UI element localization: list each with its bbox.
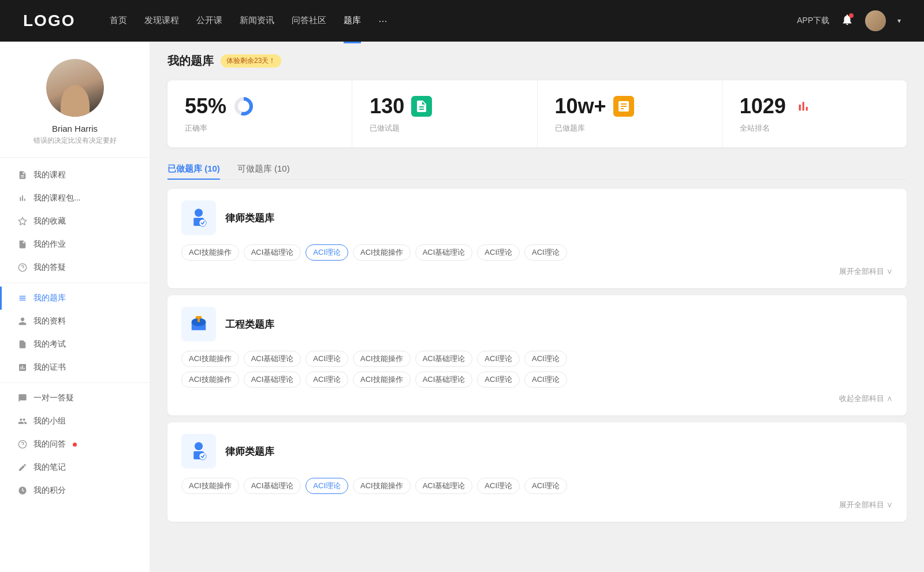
qb-tag[interactable]: ACI基础理论	[415, 244, 473, 261]
course-label: 我的课程	[33, 170, 66, 180]
qb-card-1-name: 律师类题库	[225, 211, 274, 225]
qb-card-2-collapse[interactable]: 收起全部科目 ∧	[181, 393, 893, 404]
stat-banks-label: 已做题库	[555, 123, 705, 133]
sidebar: Brian Harris 错误的决定比没有决定要好 我的课程 我的课程包...	[0, 42, 150, 572]
stat-accuracy-value: 55%	[185, 94, 226, 118]
sidebar-item-homework[interactable]: 我的作业	[0, 233, 150, 256]
qb-card-3-name: 律师类题库	[225, 445, 274, 458]
sidebar-item-qa[interactable]: 我的答疑	[0, 256, 150, 279]
svg-point-8	[199, 220, 206, 226]
tab-available[interactable]: 可做题库 (10)	[237, 159, 290, 179]
points-label: 我的积分	[33, 485, 66, 496]
qb-tag[interactable]: ACI理论	[524, 351, 567, 367]
qa-icon	[17, 262, 28, 273]
qb-tag-active[interactable]: ACI理论	[305, 478, 348, 494]
qb-card-3: 律师类题库 ACI技能操作 ACI基础理论 ACI理论 ACI技能操作 ACI基…	[167, 422, 907, 522]
qb-tag[interactable]: ACI理论	[524, 478, 567, 494]
nav-open-course[interactable]: 公开课	[196, 13, 222, 29]
stat-done-value: 130	[370, 94, 404, 118]
sidebar-item-certificate[interactable]: 我的证书	[0, 356, 150, 379]
qb-tag[interactable]: ACI技能操作	[181, 478, 239, 494]
sidebar-item-course[interactable]: 我的课程	[0, 164, 150, 187]
qb-card-1-header: 律师类题库	[181, 200, 893, 235]
qb-tag[interactable]: ACI基础理论	[244, 478, 301, 494]
logo[interactable]: LOGO	[23, 12, 75, 30]
homework-label: 我的作业	[33, 239, 66, 250]
sidebar-item-points[interactable]: 我的积分	[0, 479, 150, 502]
avatar-dropdown-arrow[interactable]: ▾	[897, 17, 901, 25]
navbar: LOGO 首页 发现课程 公开课 新闻资讯 问答社区 题库 ··· APP下载 …	[0, 0, 924, 42]
sidebar-item-notes[interactable]: 我的笔记	[0, 456, 150, 479]
tab-done[interactable]: 已做题库 (10)	[167, 159, 220, 179]
qb-card-3-expand[interactable]: 展开全部科目 ∨	[181, 500, 893, 510]
qb-card-1-expand[interactable]: 展开全部科目 ∨	[181, 266, 893, 277]
page-header: 我的题库 体验剩余23天！	[167, 53, 907, 69]
qb-card-2: 工程类题库 ACI技能操作 ACI基础理论 ACI理论 ACI技能操作 ACI基…	[167, 295, 907, 415]
sidebar-item-group[interactable]: 我的小组	[0, 410, 150, 433]
nav-more[interactable]: ···	[378, 13, 387, 29]
favorites-label: 我的收藏	[33, 216, 66, 226]
stat-done-icon	[411, 96, 432, 117]
qb-card-2-header: 工程类题库	[181, 307, 893, 341]
qb-tag[interactable]: ACI理论	[305, 372, 348, 388]
stat-done-label: 已做试题	[370, 123, 519, 133]
qb-tag[interactable]: ACI理论	[477, 478, 520, 494]
qb-card-2-name: 工程类题库	[225, 318, 274, 331]
qa-label: 我的答疑	[33, 262, 66, 273]
user-avatar[interactable]	[865, 10, 886, 31]
nav-news[interactable]: 新闻资讯	[240, 13, 274, 29]
notes-label: 我的笔记	[33, 462, 66, 473]
qb-tag[interactable]: ACI基础理论	[415, 351, 473, 367]
certificate-label: 我的证书	[33, 362, 66, 373]
qb-card-2-icon	[181, 307, 216, 341]
group-label: 我的小组	[33, 416, 66, 426]
qb-tag[interactable]: ACI理论	[524, 244, 567, 261]
nav-question-bank[interactable]: 题库	[344, 13, 361, 29]
stat-accuracy: 55% 正确率	[167, 80, 352, 147]
profile-label: 我的资料	[33, 316, 66, 326]
sidebar-menu: 我的课程 我的课程包... 我的收藏 我的作业	[0, 164, 150, 502]
qb-tag[interactable]: ACI基础理论	[244, 372, 301, 388]
qb-tag[interactable]: ACI理论	[477, 351, 520, 367]
course-icon	[17, 170, 28, 180]
nav-qa[interactable]: 问答社区	[292, 13, 326, 29]
qb-tag[interactable]: ACI技能操作	[181, 244, 239, 261]
sidebar-item-question-bank[interactable]: 我的题库	[0, 287, 150, 310]
divider-1	[0, 283, 150, 283]
sidebar-item-one-on-one[interactable]: 一对一答疑	[0, 387, 150, 410]
qb-tag[interactable]: ACI理论	[477, 372, 520, 388]
nav-home[interactable]: 首页	[110, 13, 127, 29]
sidebar-motto: 错误的决定比没有决定要好	[33, 136, 117, 146]
qb-tag[interactable]: ACI基础理论	[415, 478, 473, 494]
qb-tag[interactable]: ACI技能操作	[181, 351, 239, 367]
qb-tag[interactable]: ACI理论	[477, 244, 520, 261]
qb-tag[interactable]: ACI技能操作	[353, 244, 411, 261]
sidebar-item-exam[interactable]: 我的考试	[0, 333, 150, 356]
svg-point-16	[199, 453, 206, 460]
notification-bell[interactable]	[841, 13, 854, 28]
qb-tag[interactable]: ACI基础理论	[244, 244, 301, 261]
qb-tag[interactable]: ACI理论	[305, 351, 348, 367]
qb-tag[interactable]: ACI技能操作	[353, 478, 411, 494]
qb-tag[interactable]: ACI理论	[524, 372, 567, 388]
my-qa-label: 我的问答	[33, 439, 66, 450]
sidebar-item-course-pkg[interactable]: 我的课程包...	[0, 187, 150, 210]
sidebar-item-profile[interactable]: 我的资料	[0, 310, 150, 333]
qb-tag[interactable]: ACI技能操作	[353, 351, 411, 367]
qb-tag[interactable]: ACI技能操作	[181, 372, 239, 388]
group-icon	[17, 416, 28, 426]
one-on-one-icon	[17, 393, 28, 403]
favorites-icon	[17, 216, 28, 226]
sidebar-item-my-qa[interactable]: 我的问答	[0, 433, 150, 456]
qb-tag-active[interactable]: ACI理论	[305, 244, 348, 261]
qb-tag[interactable]: ACI技能操作	[353, 372, 411, 388]
qb-tag[interactable]: ACI基础理论	[244, 351, 301, 367]
app-download-link[interactable]: APP下载	[797, 16, 829, 26]
page-title: 我的题库	[167, 53, 214, 69]
qb-card-2-tags-row1: ACI技能操作 ACI基础理论 ACI理论 ACI技能操作 ACI基础理论 AC…	[181, 351, 893, 367]
nav-discover[interactable]: 发现课程	[144, 13, 179, 29]
sidebar-item-favorites[interactable]: 我的收藏	[0, 210, 150, 233]
qb-tag[interactable]: ACI基础理论	[415, 372, 473, 388]
stat-ranking-label: 全站排名	[740, 123, 889, 133]
question-bank-tabs: 已做题库 (10) 可做题库 (10)	[167, 159, 907, 180]
